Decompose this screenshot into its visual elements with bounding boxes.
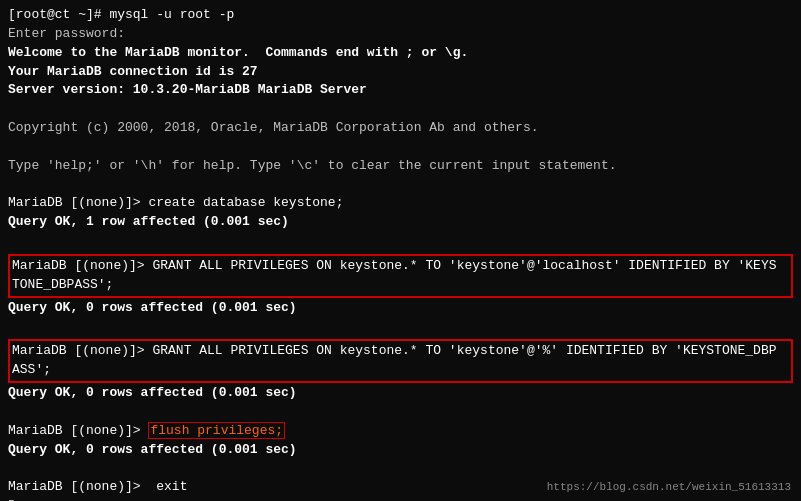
- grant2-line2: ASS';: [12, 361, 789, 380]
- line-blank2: [8, 138, 793, 157]
- line-blank5: [8, 318, 793, 337]
- line-blank6: [8, 403, 793, 422]
- line-flush-cmd: MariaDB [(none)]> flush privileges;: [8, 422, 793, 441]
- line-cmd-prompt: [root@ct ~]# mysql -u root -p: [8, 6, 793, 25]
- line-create-db: MariaDB [(none)]> create database keysto…: [8, 194, 793, 213]
- watermark: https://blog.csdn.net/weixin_51613313: [547, 481, 791, 493]
- line-copyright: Copyright (c) 2000, 2018, Oracle, MariaD…: [8, 119, 793, 138]
- line-blank4: [8, 232, 793, 251]
- line-blank3: [8, 176, 793, 195]
- line-type-help: Type 'help;' or '\h' for help. Type '\c'…: [8, 157, 793, 176]
- flush-highlight-text: flush privileges;: [148, 422, 285, 439]
- grant1-line1: MariaDB [(none)]> GRANT ALL PRIVILEGES O…: [12, 257, 789, 276]
- line-bye: Bye: [8, 497, 793, 501]
- line-flush-result: Query OK, 0 rows affected (0.001 sec): [8, 441, 793, 460]
- line-blank1: [8, 100, 793, 119]
- line-connection-id: Your MariaDB connection id is 27: [8, 63, 793, 82]
- line-blank7: [8, 459, 793, 478]
- grant1-block: MariaDB [(none)]> GRANT ALL PRIVILEGES O…: [8, 254, 793, 298]
- terminal-window: [root@ct ~]# mysql -u root -p Enter pass…: [0, 0, 801, 501]
- flush-prompt: MariaDB [(none)]>: [8, 423, 148, 438]
- line-grant1-result: Query OK, 0 rows affected (0.001 sec): [8, 299, 793, 318]
- line-create-db-result: Query OK, 1 row affected (0.001 sec): [8, 213, 793, 232]
- line-welcome: Welcome to the MariaDB monitor. Commands…: [8, 44, 793, 63]
- line-grant2-result: Query OK, 0 rows affected (0.001 sec): [8, 384, 793, 403]
- grant2-line1: MariaDB [(none)]> GRANT ALL PRIVILEGES O…: [12, 342, 789, 361]
- line-enter-password: Enter password:: [8, 25, 793, 44]
- grant1-line2: TONE_DBPASS';: [12, 276, 789, 295]
- grant2-block: MariaDB [(none)]> GRANT ALL PRIVILEGES O…: [8, 339, 793, 383]
- line-server-version: Server version: 10.3.20-MariaDB MariaDB …: [8, 81, 793, 100]
